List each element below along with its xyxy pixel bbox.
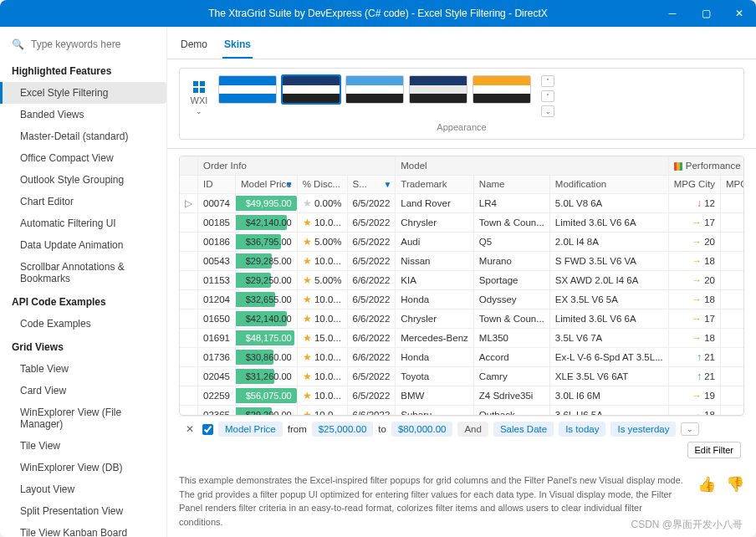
skin-swatch[interactable] xyxy=(409,75,467,104)
mpg-hi-cell: ↑ 34 xyxy=(720,347,744,366)
filter-cond-today[interactable]: Is today xyxy=(559,422,605,437)
table-row[interactable]: 01153$29,250.00★ 5.00%6/6/2022KIASportag… xyxy=(180,270,744,289)
expand-cell[interactable] xyxy=(180,328,198,347)
sidebar-item[interactable]: Scrollbar Annotations & Bookmarks xyxy=(0,256,166,289)
expand-cell[interactable] xyxy=(180,232,198,251)
column-header[interactable]: MPG City xyxy=(668,175,720,193)
mod-cell: 5.0L V8 6A xyxy=(549,193,668,212)
table-row[interactable]: 01204$32,655.00★ 10.0...6/5/2022HondaOdy… xyxy=(180,289,744,309)
skin-dropdown[interactable]: ⌄ xyxy=(541,105,554,117)
sidebar-item[interactable]: Banded Views xyxy=(0,104,166,125)
filter-cond-yesterday[interactable]: Is yesterday xyxy=(610,422,676,437)
data-grid[interactable]: Order InfoModelPerformance IDModel Price… xyxy=(179,156,744,416)
table-row[interactable]: 02045$31,260.00★ 10.0...6/5/2022ToyotaCa… xyxy=(180,366,744,386)
column-header[interactable] xyxy=(180,175,198,193)
table-row[interactable]: 01736$30,860.00★ 10.0...6/6/2022HondaAcc… xyxy=(180,347,744,366)
expand-cell[interactable]: ▷ xyxy=(180,193,198,212)
column-header[interactable]: % Disc... xyxy=(297,175,347,193)
band-header[interactable]: Model xyxy=(396,156,668,175)
expand-cell[interactable] xyxy=(180,347,198,366)
clear-filter-button[interactable]: ✕ xyxy=(182,422,197,437)
band-header[interactable]: Order Info xyxy=(198,156,396,175)
sidebar-item[interactable]: Tile View xyxy=(0,435,166,457)
search-input[interactable] xyxy=(31,38,156,50)
column-header[interactable]: ID xyxy=(198,175,236,193)
filter-field-price[interactable]: Model Price xyxy=(218,422,283,437)
filter-enabled-checkbox[interactable] xyxy=(202,424,213,435)
expand-cell[interactable] xyxy=(180,366,198,386)
table-row[interactable]: 00186$36,795.00★ 5.00%6/5/2022AudiQ52.0L… xyxy=(180,232,744,251)
price-cell: $49,995.00 xyxy=(235,193,297,212)
expand-cell[interactable] xyxy=(180,309,198,328)
thumbs-down-icon[interactable]: 👎 xyxy=(726,473,744,496)
id-cell: 01204 xyxy=(198,289,236,309)
expand-cell[interactable] xyxy=(180,405,198,416)
expand-cell[interactable] xyxy=(180,251,198,270)
table-row[interactable]: 02259$56,075.00★ 10.0...6/5/2022BMWZ4 Sd… xyxy=(180,386,744,405)
star-icon: ★ xyxy=(303,236,312,248)
skin-swatch[interactable] xyxy=(218,75,277,104)
column-header[interactable]: S...▼ xyxy=(347,175,396,193)
mpg-city-cell: → 18 xyxy=(668,328,720,347)
filter-from-value[interactable]: $25,000.00 xyxy=(312,422,374,437)
filter-to-value[interactable]: $80,000.00 xyxy=(391,422,453,437)
band-header[interactable] xyxy=(180,156,198,175)
sidebar-item[interactable]: Office Compact View xyxy=(0,147,166,169)
sidebar-item[interactable]: Chart Editor xyxy=(0,191,166,212)
table-row[interactable]: 01691$48,175.00★ 15.0...6/6/2022Mercedes… xyxy=(180,328,744,347)
column-header[interactable]: Trademark xyxy=(396,175,474,193)
tab-skins[interactable]: Skins xyxy=(222,33,253,59)
mpg-hi-cell: → 25 xyxy=(720,212,744,232)
tab-demo[interactable]: Demo xyxy=(179,33,209,59)
sidebar-item[interactable]: Code Examples xyxy=(0,313,166,335)
maximize-button[interactable]: ▢ xyxy=(689,0,723,27)
table-row[interactable]: 00543$29,285.00★ 10.0...6/5/2022NissanMu… xyxy=(180,251,744,270)
sidebar-item[interactable]: Automatic Filtering UI xyxy=(0,212,166,234)
star-icon: ★ xyxy=(303,197,312,209)
thumbs-up-icon[interactable]: 👍 xyxy=(697,473,716,496)
skin-swatch[interactable] xyxy=(282,75,340,104)
mpg-city-cell: → 19 xyxy=(668,386,720,405)
skin-label[interactable]: WXI ⌄ xyxy=(186,80,212,115)
column-header[interactable]: Name xyxy=(473,175,549,193)
filter-icon[interactable]: ▼ xyxy=(285,180,294,189)
star-icon: ★ xyxy=(303,332,312,344)
table-row[interactable]: 00185$42,140.00★ 10.0...6/5/2022Chrysler… xyxy=(180,212,744,232)
column-header[interactable]: MPG Hi... xyxy=(720,175,744,193)
name-cell: Camry xyxy=(473,366,549,386)
sidebar-item[interactable]: Table View xyxy=(0,358,166,380)
sidebar-item[interactable]: Data Update Animation xyxy=(0,234,166,256)
sidebar-item[interactable]: Split Presentation View xyxy=(0,500,166,522)
skin-scroll-down[interactable]: ˅ xyxy=(541,90,554,102)
filter-field-date[interactable]: Sales Date xyxy=(493,422,554,437)
table-row[interactable]: 01650$42,140.00★ 10.0...6/6/2022Chrysler… xyxy=(180,309,744,328)
name-cell: Z4 Sdrive35i xyxy=(473,386,549,405)
minimize-button[interactable]: ─ xyxy=(656,0,689,27)
table-row[interactable]: 02365$29,290.00★ 10.0...6/6/2022SubaruOu… xyxy=(180,405,744,416)
expand-cell[interactable] xyxy=(180,386,198,405)
sidebar-item[interactable]: Tile View Kanban Board xyxy=(0,522,166,537)
skin-swatch[interactable] xyxy=(345,75,404,104)
performance-icon xyxy=(674,162,682,171)
column-header[interactable]: Modification xyxy=(549,175,668,193)
expand-cell[interactable] xyxy=(180,212,198,232)
sidebar-item[interactable]: Excel Style Filtering xyxy=(0,82,166,104)
table-row[interactable]: ▷00074$49,995.00★ 0.00%6/5/2022Land Rove… xyxy=(180,193,744,212)
close-button[interactable]: ✕ xyxy=(723,0,756,27)
sidebar-item[interactable]: Outlook Style Grouping xyxy=(0,169,166,191)
sidebar-item[interactable]: Card View xyxy=(0,380,166,401)
expand-cell[interactable] xyxy=(180,270,198,289)
filter-icon[interactable]: ▼ xyxy=(383,180,391,189)
column-header[interactable]: Model Price▼ xyxy=(235,175,297,193)
skin-scroll-up[interactable]: ˄ xyxy=(541,75,554,87)
sidebar-item[interactable]: WinExplorer View (File Manager) xyxy=(0,401,166,435)
skin-swatch[interactable] xyxy=(472,75,531,104)
filter-and-label: And xyxy=(457,422,488,437)
edit-filter-button[interactable]: Edit Filter xyxy=(687,442,741,458)
expand-cell[interactable] xyxy=(180,289,198,309)
sidebar-item[interactable]: Layout View xyxy=(0,478,166,500)
filter-history-dropdown[interactable]: ⌄ xyxy=(681,422,699,436)
sidebar-item[interactable]: WinExplorer View (DB) xyxy=(0,457,166,478)
band-header[interactable]: Performance xyxy=(668,156,744,175)
sidebar-item[interactable]: Master-Detail (standard) xyxy=(0,125,166,147)
